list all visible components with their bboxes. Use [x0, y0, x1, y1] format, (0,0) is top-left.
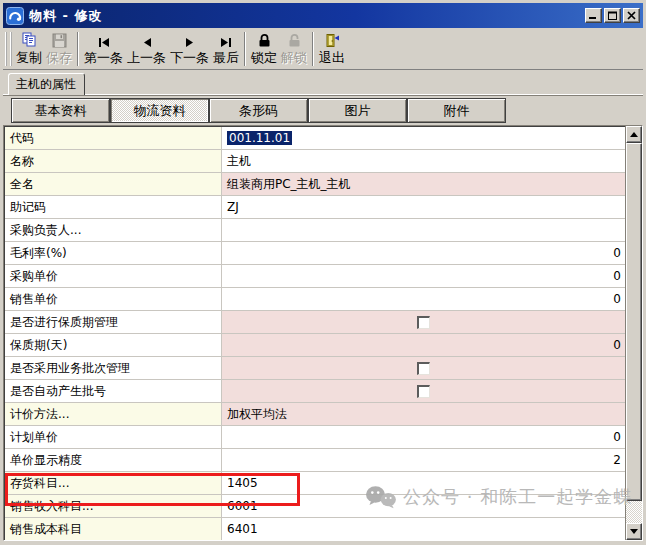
- row-label: 毛利率(%): [5, 242, 222, 265]
- row-label: 代码: [5, 127, 222, 150]
- copy-button[interactable]: 复制: [14, 30, 44, 68]
- toolbar-button-label: 解锁: [281, 50, 307, 66]
- tab-material-properties[interactable]: 主机的属性: [8, 73, 85, 95]
- scroll-down-button[interactable]: [626, 523, 642, 540]
- row-label: 采购负责人...: [5, 219, 222, 242]
- minimize-icon: [589, 11, 598, 20]
- next-icon: [182, 32, 198, 48]
- vertical-scrollbar[interactable]: [625, 126, 642, 540]
- copy-icon: [21, 32, 37, 48]
- kingdee-logo-icon[interactable]: [6, 6, 25, 25]
- tab-section[interactable]: 基本资料: [11, 98, 110, 123]
- save-button: 保存: [44, 30, 74, 68]
- last-button[interactable]: 最后: [211, 30, 241, 68]
- last-icon: [218, 32, 234, 48]
- row-label: 存货科目...: [5, 472, 222, 495]
- prev-button[interactable]: 上一条: [125, 30, 168, 68]
- grid-row: 销售单价0: [5, 288, 625, 311]
- row-value[interactable]: ZJ: [222, 196, 625, 219]
- row-label: 名称: [5, 150, 222, 173]
- toolbar-button-label: 复制: [16, 50, 42, 66]
- row-value[interactable]: 0: [222, 288, 625, 311]
- next-button[interactable]: 下一条: [168, 30, 211, 68]
- unlock-button: 解锁: [279, 30, 309, 68]
- toolbar-button-label: 最后: [213, 50, 239, 66]
- unlock-icon: [287, 32, 302, 48]
- grid-row: 代码001.11.01: [5, 127, 625, 150]
- maximize-button[interactable]: [604, 8, 621, 23]
- row-value[interactable]: 加权平均法: [222, 403, 625, 426]
- minimize-button[interactable]: [585, 8, 602, 23]
- close-button[interactable]: [623, 8, 640, 23]
- toolbar-button-label: 锁定: [251, 50, 277, 66]
- checkbox[interactable]: [417, 385, 430, 398]
- scrollbar-thumb[interactable]: [626, 143, 642, 501]
- exit-icon: [324, 32, 340, 48]
- grid-row: 是否进行保质期管理: [5, 311, 625, 334]
- watermark: 公众号 · 和陈工一起学金蝶: [365, 485, 632, 509]
- grid-row: 计划单价0: [5, 426, 625, 449]
- row-value[interactable]: 0: [222, 334, 625, 357]
- row-label: 销售收入科目...: [5, 495, 222, 518]
- tab-section[interactable]: 附件: [407, 98, 506, 123]
- grid-row: 销售成本科目6401: [5, 518, 625, 540]
- toolbar-button-label: 第一条: [84, 50, 123, 66]
- grid-row: 毛利率(%)0: [5, 242, 625, 265]
- row-value[interactable]: 0: [222, 426, 625, 449]
- exit-button[interactable]: 退出: [317, 30, 347, 68]
- row-value[interactable]: [222, 311, 625, 334]
- scroll-up-button[interactable]: [626, 126, 642, 143]
- grid-row: 计价方法...加权平均法: [5, 403, 625, 426]
- checkbox[interactable]: [417, 316, 430, 329]
- grid-row: 是否自动产生批号: [5, 380, 625, 403]
- row-value[interactable]: 0: [222, 242, 625, 265]
- row-value[interactable]: 组装商用PC_主机_主机: [222, 173, 625, 196]
- row-value[interactable]: 0: [222, 265, 625, 288]
- row-label: 助记码: [5, 196, 222, 219]
- toolbar-button-label: 下一条: [170, 50, 209, 66]
- toolbar: 复制保存第一条上一条下一条最后锁定解锁退出: [3, 28, 643, 70]
- checkbox[interactable]: [417, 362, 430, 375]
- row-value[interactable]: 001.11.01: [222, 127, 625, 150]
- row-label: 是否进行保质期管理: [5, 311, 222, 334]
- row-value[interactable]: 主机: [222, 150, 625, 173]
- titlebar: 物料 - 修改: [3, 3, 643, 28]
- row-value[interactable]: [222, 357, 625, 380]
- first-button[interactable]: 第一条: [82, 30, 125, 68]
- tab-section[interactable]: 条形码: [209, 98, 308, 123]
- property-grid: 代码001.11.01名称主机全名组装商用PC_主机_主机助记码ZJ采购负责人.…: [3, 125, 643, 541]
- close-icon: [627, 11, 636, 20]
- selected-text: 001.11.01: [227, 131, 292, 145]
- wechat-icon: [365, 485, 397, 509]
- toolbar-separator: [312, 32, 314, 66]
- material-edit-window: 物料 - 修改 复制保存第一条上一条下一条最后锁定解锁退出 主机的属性 基本资料…: [0, 0, 646, 545]
- tab-active-section[interactable]: 物流资料: [110, 98, 209, 123]
- grid-row: 保质期(天)0: [5, 334, 625, 357]
- row-value[interactable]: [222, 219, 625, 242]
- row-label: 计划单价: [5, 426, 222, 449]
- section-button-row: 基本资料物流资料条形码图片附件: [3, 96, 643, 125]
- grid-row: 全名组装商用PC_主机_主机: [5, 173, 625, 196]
- first-icon: [96, 32, 112, 48]
- row-value[interactable]: [222, 380, 625, 403]
- lock-button[interactable]: 锁定: [249, 30, 279, 68]
- grid-row: 是否采用业务批次管理: [5, 357, 625, 380]
- prev-icon: [139, 32, 155, 48]
- toolbar-separator: [77, 32, 79, 66]
- row-label: 保质期(天): [5, 334, 222, 357]
- grid-row: 单价显示精度2: [5, 449, 625, 472]
- toolbar-button-label: 保存: [46, 50, 72, 66]
- row-value[interactable]: 6401: [222, 518, 625, 540]
- arrow-up-icon: [630, 128, 638, 137]
- property-tabstrip: 主机的属性: [3, 70, 643, 96]
- tab-section[interactable]: 图片: [308, 98, 407, 123]
- toolbar-button-label: 退出: [319, 50, 345, 66]
- watermark-text: 公众号 · 和陈工一起学金蝶: [403, 485, 632, 509]
- row-value[interactable]: 2: [222, 449, 625, 472]
- toolbar-separator: [244, 32, 246, 66]
- row-label: 销售单价: [5, 288, 222, 311]
- toolbar-button-label: 上一条: [127, 50, 166, 66]
- toolbar-gripper[interactable]: [5, 32, 12, 66]
- row-label: 销售成本科目: [5, 518, 222, 540]
- grid-row: 采购负责人...: [5, 219, 625, 242]
